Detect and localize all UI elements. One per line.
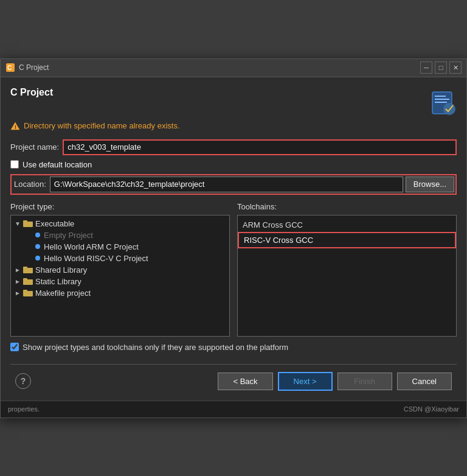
project-name-label: Project name: (10, 142, 59, 152)
location-label: Location: (13, 180, 46, 189)
project-type-title: Project type: (10, 202, 230, 211)
tree-item-hello-arm[interactable]: Hello World ARM C Project (11, 241, 229, 253)
use-default-row: Use default location (10, 160, 457, 169)
bottom-right-text: CSDN @Xiaoyibar (404, 405, 459, 413)
toolchain-title: Toolchains: (237, 202, 457, 211)
tree-label: Executable (35, 219, 74, 228)
tree-label: Empty Project (44, 231, 93, 240)
tree-item-makefile[interactable]: ► Makefile project (11, 287, 229, 299)
bullet-icon (35, 233, 40, 237)
svg-rect-10 (23, 220, 27, 223)
location-input[interactable] (50, 177, 403, 192)
expand-toggle[interactable]: ► (15, 267, 22, 273)
page-header: C Project (10, 87, 457, 116)
title-bar: C C Project ─ □ ✕ (1, 59, 466, 77)
app-icon: C (5, 63, 15, 72)
tree-item-hello-riscv[interactable]: Hello World RISC-V C Project (11, 253, 229, 264)
tree-item-empty-project[interactable]: Empty Project (11, 229, 229, 241)
window-controls: ─ □ ✕ (420, 61, 462, 74)
help-button[interactable]: ? (15, 373, 31, 389)
main-window: C C Project ─ □ ✕ C Project (0, 58, 467, 418)
svg-rect-5 (435, 102, 447, 103)
use-default-label: Use default location (22, 160, 92, 169)
expand-toggle[interactable]: ► (15, 278, 22, 285)
window-title: C Project (19, 63, 420, 72)
tree-label: Hello World RISC-V C Project (44, 254, 148, 263)
expand-toggle[interactable]: ▼ (15, 220, 22, 227)
svg-rect-16 (23, 290, 27, 292)
tree-item-shared-lib[interactable]: ► Shared Library (11, 264, 229, 276)
maximize-button[interactable]: □ (435, 61, 447, 74)
next-button[interactable]: Next > (278, 372, 333, 391)
project-toolchain-area: Project type: ▼ Executable (10, 202, 457, 337)
toolchain-item-arm[interactable]: ARM Cross GCC (238, 218, 456, 232)
bottom-left-text: properties. (8, 405, 40, 413)
tree-item-executable[interactable]: ▼ Executable (11, 218, 229, 229)
folder-icon (23, 266, 33, 273)
toolchain-section: Toolchains: ARM Cross GCC RISC-V Cross G… (237, 202, 457, 337)
bullet-icon (35, 256, 40, 261)
platform-checkbox-row: Show project types and toolchains only i… (10, 343, 457, 352)
project-type-section: Project type: ▼ Executable (10, 202, 230, 337)
location-row: Location: Browse... (10, 174, 457, 195)
svg-rect-4 (435, 99, 449, 100)
folder-icon (23, 278, 33, 285)
project-name-row: Project name: (10, 139, 457, 155)
tree-label: Static Library (35, 277, 81, 286)
expand-toggle[interactable]: ► (15, 290, 22, 296)
project-type-list[interactable]: ▼ Executable Empty Project (10, 215, 230, 337)
svg-rect-14 (23, 278, 27, 281)
wizard-icon (427, 87, 457, 116)
warning-icon: ! (10, 121, 20, 131)
tree-label: Shared Library (35, 265, 87, 275)
divider (10, 364, 457, 365)
toolchain-label: RISC-V Cross GCC (244, 236, 313, 245)
tree-label: Hello World ARM C Project (44, 242, 139, 251)
bottom-bar: properties. CSDN @Xiaoyibar (1, 401, 466, 418)
folder-icon (23, 220, 33, 227)
finish-button[interactable]: Finish (337, 373, 392, 390)
warning-message: ! Directory with specified name already … (10, 121, 457, 131)
browse-button[interactable]: Browse... (406, 177, 454, 192)
toolchain-item-riscv[interactable]: RISC-V Cross GCC (238, 232, 456, 248)
svg-rect-12 (23, 267, 27, 269)
toolchain-list[interactable]: ARM Cross GCC RISC-V Cross GCC (237, 215, 457, 337)
dialog-content: C Project ! Directory with specified nam… (1, 77, 466, 401)
svg-text:C: C (7, 65, 12, 71)
svg-text:!: ! (15, 124, 16, 130)
page-title: C Project (10, 87, 53, 98)
use-default-checkbox[interactable] (10, 160, 19, 169)
bullet-icon (35, 244, 40, 249)
svg-rect-3 (435, 96, 446, 97)
platform-checkbox[interactable] (10, 343, 19, 351)
cancel-button[interactable]: Cancel (397, 373, 452, 390)
project-name-input[interactable] (63, 139, 457, 155)
close-button[interactable]: ✕ (449, 61, 462, 74)
platform-checkbox-label: Show project types and toolchains only i… (22, 343, 288, 352)
toolchain-label: ARM Cross GCC (243, 220, 303, 229)
button-row: ? < Back Next > Finish Cancel (10, 372, 457, 391)
folder-icon (23, 289, 33, 296)
warning-text: Directory with specified name already ex… (24, 121, 180, 130)
minimize-button[interactable]: ─ (420, 61, 432, 74)
tree-label: Makefile project (35, 289, 91, 298)
tree-item-static-lib[interactable]: ► Static Library (11, 276, 229, 287)
back-button[interactable]: < Back (218, 373, 272, 390)
